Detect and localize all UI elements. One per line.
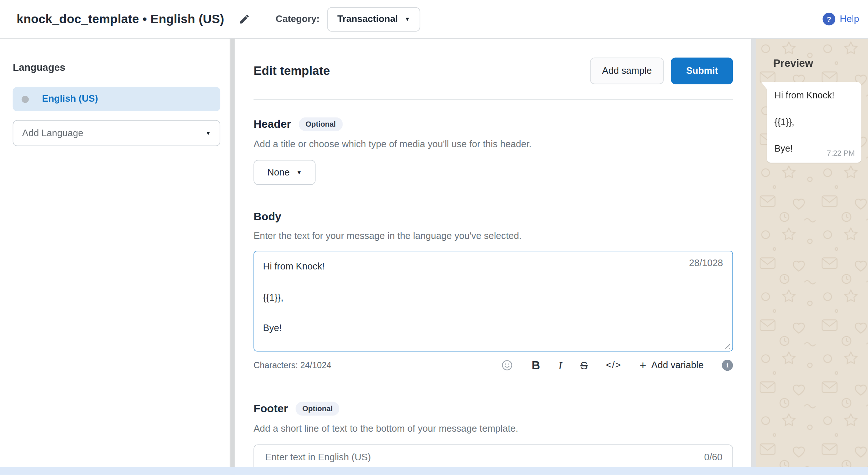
chevron-down-icon: ▼ — [405, 16, 410, 22]
add-sample-button[interactable]: Add sample — [590, 57, 664, 84]
body-section: Body Enter the text for your message in … — [254, 211, 733, 372]
add-language-dropdown[interactable]: Add Language ▼ — [13, 120, 220, 146]
pencil-icon — [239, 13, 250, 25]
code-button[interactable]: </> — [606, 360, 621, 371]
chat-bubble-timestamp: 7:22 PM — [827, 149, 855, 157]
header-type-dropdown[interactable]: None ▼ — [254, 160, 316, 185]
header-type-value: None — [267, 167, 290, 178]
bold-button[interactable]: B — [532, 359, 540, 372]
header-section-description: Add a title or choose which type of medi… — [254, 139, 733, 150]
content-row: Languages English (US) Add Language ▼ Ed… — [0, 39, 868, 475]
body-section-title: Body — [254, 211, 281, 224]
info-icon[interactable]: i — [722, 360, 733, 371]
header-section-head: Header Optional — [254, 117, 733, 131]
chevron-down-icon: ▼ — [205, 130, 211, 136]
preview-panel: Preview Hi from Knock! {{1}}, Bye! 7:22 … — [756, 39, 868, 475]
add-variable-label: Add variable — [651, 360, 704, 371]
app-window: knock_doc_template • English (US) Catego… — [0, 0, 868, 475]
bottom-highlight-strip — [0, 467, 868, 475]
emoji-button[interactable] — [501, 359, 513, 371]
help-link[interactable]: ? Help — [822, 13, 859, 26]
optional-badge: Optional — [296, 402, 339, 416]
add-language-placeholder: Add Language — [22, 128, 83, 139]
body-text-input[interactable]: Hi from Knock! {{1}}, Bye! — [254, 251, 733, 352]
template-editor: Edit template Add sample Submit Header O… — [236, 39, 750, 475]
editor-header-row: Edit template Add sample Submit — [254, 55, 733, 86]
smiley-icon — [501, 359, 513, 371]
preview-heading: Preview — [773, 58, 861, 70]
add-variable-button[interactable]: + Add variable — [640, 359, 704, 372]
strikethrough-button[interactable]: S — [580, 359, 587, 372]
category-dropdown[interactable]: Transactional ▼ — [328, 7, 420, 31]
top-bar: knock_doc_template • English (US) Catego… — [0, 0, 868, 39]
category-group: Category: Transactional ▼ — [276, 7, 420, 31]
edit-title-button[interactable] — [236, 11, 253, 27]
language-label: English (US) — [42, 94, 98, 105]
languages-sidebar: Languages English (US) Add Language ▼ — [0, 39, 229, 475]
body-textarea-wrap: Hi from Knock! {{1}}, Bye! 28/1028 — [254, 251, 733, 352]
sidebar-item-english-us[interactable]: English (US) — [13, 87, 220, 111]
footer-char-counter: 0/60 — [704, 452, 723, 463]
sidebar-scrollbar[interactable] — [229, 39, 236, 475]
footer-section-description: Add a short line of text to the bottom o… — [254, 424, 733, 435]
help-label: Help — [840, 14, 859, 25]
characters-label: Characters: 24/1024 — [254, 360, 332, 370]
footer-section-title: Footer — [254, 403, 288, 416]
body-section-description: Enter the text for your message in the l… — [254, 231, 733, 242]
optional-badge: Optional — [299, 117, 343, 131]
category-value: Transactional — [337, 14, 398, 25]
chevron-down-icon: ▼ — [296, 170, 302, 175]
body-section-head: Body — [254, 211, 733, 224]
formatting-tools: B I S </> + Add variable i — [501, 359, 733, 372]
main-scrollbar[interactable] — [750, 39, 756, 475]
body-char-counter: 28/1028 — [689, 258, 723, 269]
submit-button[interactable]: Submit — [671, 57, 733, 84]
help-icon: ? — [822, 13, 835, 26]
chat-bubble-text: Hi from Knock! {{1}}, Bye! — [774, 88, 854, 155]
status-dot-icon — [22, 95, 29, 103]
footer-text-input[interactable] — [264, 452, 697, 464]
footer-section-head: Footer Optional — [254, 402, 733, 416]
page-title: knock_doc_template • English (US) — [17, 12, 224, 26]
body-toolbar: Characters: 24/1024 — [254, 359, 733, 372]
italic-button[interactable]: I — [558, 359, 562, 372]
chat-bubble: Hi from Knock! {{1}}, Bye! 7:22 PM — [767, 82, 861, 163]
plus-icon: + — [640, 359, 646, 372]
languages-heading: Languages — [13, 62, 220, 74]
divider — [254, 99, 733, 100]
category-label: Category: — [276, 14, 320, 25]
header-section: Header Optional Add a title or choose wh… — [254, 117, 733, 185]
footer-section: Footer Optional Add a short line of text… — [254, 402, 733, 471]
editor-title: Edit template — [254, 64, 330, 78]
header-section-title: Header — [254, 118, 291, 131]
